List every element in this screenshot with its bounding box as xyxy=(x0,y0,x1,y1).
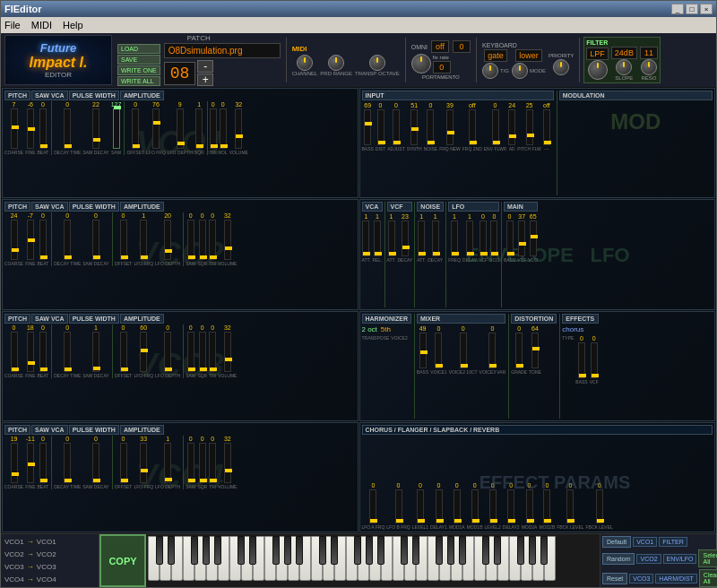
chorus-fbck2-slider[interactable] xyxy=(596,489,603,523)
vco2-beat-slider[interactable] xyxy=(39,220,47,260)
vco2-sawdecay-slider[interactable] xyxy=(92,220,99,260)
vcf-decay-slider[interactable] xyxy=(402,220,409,256)
vco4-sqr-slider[interactable] xyxy=(199,443,206,483)
chorus-delay2-slider[interactable] xyxy=(507,489,514,523)
vco1-fine-slider[interactable] xyxy=(27,108,34,149)
chorus-delay1-slider[interactable] xyxy=(436,489,443,523)
vco1-label[interactable]: VCO1 xyxy=(633,537,657,547)
vco3-label[interactable]: VCO3 xyxy=(629,574,653,584)
input-last-slider[interactable] xyxy=(543,109,550,145)
vco1-beat-slider[interactable] xyxy=(39,108,47,149)
vco1-tri-slider[interactable] xyxy=(210,108,217,149)
vco3-sawdecay-slider[interactable] xyxy=(92,332,99,372)
vco3-coarse-slider[interactable] xyxy=(11,332,18,372)
maximize-button[interactable]: □ xyxy=(686,4,698,14)
vco4-fine-slider[interactable] xyxy=(27,443,34,483)
main-bass-slider[interactable] xyxy=(506,220,514,256)
input-ad-slider[interactable] xyxy=(508,109,515,145)
vco2-sqr-slider[interactable] xyxy=(199,220,206,260)
lfo-freq-slider[interactable] xyxy=(451,220,458,256)
vco4-volume-slider[interactable] xyxy=(224,443,231,483)
vco4-decay-slider[interactable] xyxy=(64,443,71,483)
mixer-voice2-slider[interactable] xyxy=(460,333,467,368)
reset-button[interactable]: Reset xyxy=(602,573,627,584)
midi-menu[interactable]: MIDI xyxy=(31,20,52,30)
noise-decay-slider[interactable] xyxy=(432,220,439,256)
vco1-coarse-slider[interactable] xyxy=(11,108,18,149)
lfo-delay-slider[interactable] xyxy=(466,220,473,256)
random-button[interactable]: Random xyxy=(602,553,635,565)
vco4-coarse-slider[interactable] xyxy=(11,443,18,483)
vco3-saw-slider[interactable] xyxy=(187,332,194,372)
input-frq2-slider[interactable] xyxy=(469,109,476,145)
minimize-button[interactable]: _ xyxy=(671,4,684,14)
vco2-volume-slider[interactable] xyxy=(224,220,231,260)
vco1-offset-slider[interactable] xyxy=(132,108,139,149)
vco3-volume-slider[interactable] xyxy=(224,332,231,372)
increment-button[interactable]: + xyxy=(197,74,213,86)
chorus-level2-slider[interactable] xyxy=(489,489,497,523)
mixer-bass-slider[interactable] xyxy=(419,333,427,368)
chorus-mod2b-slider[interactable] xyxy=(543,489,550,523)
vcf-att-slider[interactable] xyxy=(388,220,395,256)
input-bass-slider[interactable] xyxy=(364,109,371,145)
vco2-offset-slider[interactable] xyxy=(120,220,127,260)
env-lfo-label[interactable]: ENV/LFO xyxy=(663,554,697,564)
vco4-saw-slider[interactable] xyxy=(187,443,194,483)
chorus-mod2a-slider[interactable] xyxy=(526,489,533,523)
vco3-lfofrq-slider[interactable] xyxy=(140,332,147,372)
lpf-knob[interactable] xyxy=(588,60,608,80)
input-noise-slider[interactable] xyxy=(427,109,434,145)
chorus-mod1b-slider[interactable] xyxy=(471,489,479,523)
vco3-sqr-slider[interactable] xyxy=(199,332,206,372)
vco2-tri-slider[interactable] xyxy=(209,220,216,260)
slope-knob[interactable] xyxy=(616,59,632,75)
select-all-button[interactable]: Select All xyxy=(698,549,717,567)
default-button[interactable]: Default xyxy=(602,536,631,548)
vco1-lfodepth-slider[interactable] xyxy=(177,108,184,149)
harm-dist-label[interactable]: HARM/DIST xyxy=(655,574,697,584)
main-vcf-slider[interactable] xyxy=(518,220,525,256)
channel-knob[interactable] xyxy=(297,55,313,71)
input-pitch-slider[interactable] xyxy=(526,109,533,145)
vco2-decay-slider[interactable] xyxy=(64,220,71,260)
lfo-vcf-slider[interactable] xyxy=(479,220,487,256)
write-all-button[interactable]: WRITE ALL xyxy=(117,76,160,86)
vco4-lfofrq-slider[interactable] xyxy=(140,443,147,483)
load-button[interactable]: LOAD xyxy=(117,44,160,54)
vco1-sawvol-slider[interactable] xyxy=(113,108,120,149)
reso-knob[interactable] xyxy=(641,59,657,75)
clear-all-button[interactable]: Clear All xyxy=(699,569,717,587)
chorus-lfoafrq-slider[interactable] xyxy=(369,489,376,523)
vco2-lfodepth-slider[interactable] xyxy=(164,220,171,260)
vco1-lfofrq-slider[interactable] xyxy=(152,108,160,149)
vco3-decay-slider[interactable] xyxy=(64,332,71,372)
mode-knob[interactable] xyxy=(512,63,528,79)
vco3-fine-slider[interactable] xyxy=(27,332,34,372)
vco2-label[interactable]: VCO2 xyxy=(636,554,661,564)
save-button[interactable]: SAVE xyxy=(117,55,160,65)
vco3-tri-slider[interactable] xyxy=(209,332,216,372)
tg-knob[interactable] xyxy=(482,63,498,79)
vco1-volume-slider[interactable] xyxy=(235,108,242,149)
chorus-mod1a-slider[interactable] xyxy=(454,489,461,523)
effects-bass-slider[interactable] xyxy=(578,342,585,378)
file-menu[interactable]: File xyxy=(4,20,21,30)
input-env-slider[interactable] xyxy=(492,109,499,145)
vco4-tri-slider[interactable] xyxy=(209,443,216,483)
chorus-level1-slider[interactable] xyxy=(417,489,424,523)
chorus-lfobfrq-slider[interactable] xyxy=(395,489,402,523)
priority-knob[interactable] xyxy=(553,59,569,75)
mixer-voice3-slider[interactable] xyxy=(488,333,496,368)
effects-vcf-slider[interactable] xyxy=(591,342,598,378)
write-one-button[interactable]: WRITE ONE xyxy=(117,65,160,75)
chorus-fbck1-slider[interactable] xyxy=(566,489,574,523)
vco1-sawdecay-slider[interactable] xyxy=(92,108,99,149)
lfo-vco-slider[interactable] xyxy=(490,220,497,256)
vco4-lfodepth-slider[interactable] xyxy=(164,443,171,483)
vco3-lfodepth-slider[interactable] xyxy=(164,332,171,372)
prd-range-knob[interactable] xyxy=(328,55,344,71)
vco3-offset-slider[interactable] xyxy=(120,332,127,372)
copy-button[interactable]: COPY xyxy=(99,534,146,587)
vco3-beat-slider[interactable] xyxy=(39,332,47,372)
